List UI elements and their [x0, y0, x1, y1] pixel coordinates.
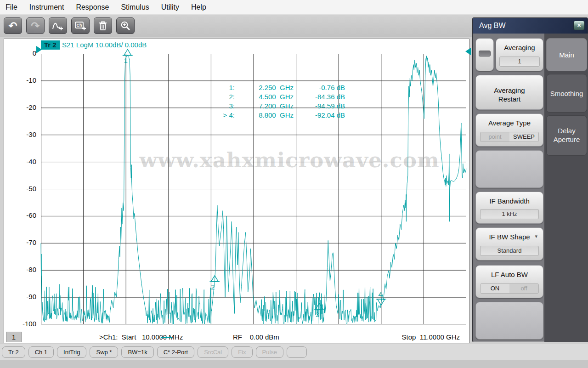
average-type-button[interactable]: Average Type point SWEEP [475, 113, 543, 147]
svg-text:2: 2 [211, 283, 215, 291]
trace2-tag[interactable]: Tr 2 [41, 40, 60, 50]
lf-auto-bw-on-option[interactable]: ON [481, 284, 509, 293]
marker-readout-row: 3: 7.200 GHz -94.59 dB [202, 102, 345, 111]
trash-icon [97, 20, 108, 31]
menu-item-response[interactable]: Response [76, 3, 109, 11]
y-axis-label: -30 [17, 130, 36, 138]
redo-icon: ↷ [31, 21, 40, 31]
status-button-empty[interactable] [287, 346, 307, 358]
panel-close-button[interactable]: × [573, 21, 585, 30]
menu-item-utility[interactable]: Utility [161, 3, 179, 11]
reference-level-marker-left-icon[interactable] [36, 46, 42, 53]
average-type-point-option[interactable]: point [481, 132, 509, 142]
if-bw-shape-value: Standard [480, 246, 539, 256]
panel-title: Avg BW [473, 18, 588, 34]
y-axis-label: -40 [17, 158, 36, 165]
if-bandwidth-value: 1 kHz [480, 209, 539, 219]
status-button-calibration[interactable]: C* 2-Port [157, 346, 194, 358]
menu-item-stimulus[interactable]: Stimulus [121, 3, 149, 11]
lf-auto-bw-button[interactable]: LF Auto BW ON off [475, 265, 543, 298]
status-button-bandwidth[interactable]: BW=1k [121, 346, 153, 358]
marker-readout: 1: 2.250 GHz -0.76 dB 2: 4.500 GHz -84.3… [202, 83, 345, 120]
menu-bar: File Instrument Response Stimulus Utilit… [0, 0, 588, 15]
lf-auto-bw-segmented: ON off [480, 283, 539, 294]
menu-item-file[interactable]: File [6, 3, 17, 11]
add-channel-button[interactable]: Ch [71, 17, 90, 34]
undo-button[interactable]: ↶ [4, 17, 22, 34]
undo-icon: ↶ [8, 21, 17, 31]
averaging-value: 1 [499, 57, 540, 67]
trace-marker-1[interactable]: 1 [123, 49, 133, 64]
marker-readout-row: 1: 2.250 GHz -0.76 dB [202, 83, 345, 92]
status-button-channel[interactable]: Ch 1 [28, 346, 54, 358]
averaging-enable-toggle[interactable] [475, 38, 494, 71]
y-axis-label: -20 [17, 103, 36, 111]
status-button-trace[interactable]: Tr 2 [2, 346, 25, 358]
zoom-icon [120, 20, 131, 31]
if-bandwidth-button[interactable]: IF Bandwidth 1 kHz [475, 192, 543, 224]
status-button-trigger[interactable]: IntTrig [57, 346, 86, 358]
svg-text:4: 4 [378, 290, 382, 298]
blank-softkey-2 [475, 302, 543, 340]
y-axis-label: -90 [17, 293, 36, 300]
delete-trace-button[interactable] [94, 17, 112, 34]
stop-frequency-label: Stop 11.0000 GHz [402, 333, 460, 341]
status-button-srccal[interactable]: SrcCal [198, 346, 228, 358]
status-button-pulse[interactable]: Pulse [256, 346, 284, 358]
measurement-display: Tr 2 S21 LogM 10.00dB/ 0.00dB 0-10-20-30… [4, 39, 469, 343]
close-icon: × [577, 22, 581, 29]
status-bar: Tr 2 Ch 1 IntTrig Swp * BW=1k C* 2-Port … [0, 344, 588, 360]
average-type-segmented: point SWEEP [480, 132, 539, 142]
trace2-description: S21 LogM 10.00dB/ 0.00dB [62, 41, 147, 49]
y-axis-label: 0 [17, 49, 36, 57]
averaging-button[interactable]: Averaging 1 [496, 38, 543, 71]
blank-softkey-1 [475, 150, 543, 188]
avg-bw-panel: Avg BW × Main Smoothing Delay Aperture A… [472, 17, 588, 342]
tab-main[interactable]: Main [546, 38, 587, 71]
window-bottom-strip [0, 360, 588, 368]
svg-text:Ch: Ch [77, 23, 82, 28]
svg-text:1: 1 [124, 57, 128, 64]
rf-power-label: RF 0.00 dBm [233, 333, 279, 341]
menu-item-instrument[interactable]: Instrument [29, 3, 64, 11]
if-bw-shape-button[interactable]: IF BW Shape ▾ Standard [475, 227, 543, 260]
y-axis-label: -100 [17, 320, 36, 328]
status-button-sweep[interactable]: Swp * [90, 346, 118, 358]
tab-smoothing[interactable]: Smoothing [546, 74, 587, 113]
y-axis-label: -80 [17, 266, 36, 273]
y-axis-label: -10 [17, 76, 36, 84]
trace-color-swatch [161, 337, 172, 338]
y-axis-label: -60 [17, 211, 36, 219]
toggle-indicator-icon [479, 51, 491, 57]
average-type-sweep-option[interactable]: SWEEP [509, 132, 538, 142]
dropdown-arrow-icon: ▾ [535, 233, 537, 239]
add-channel-icon: Ch [74, 20, 86, 31]
y-axis-label: -70 [17, 238, 36, 246]
status-button-fix[interactable]: Fix [232, 346, 252, 358]
add-trace-icon [52, 20, 64, 31]
zoom-button[interactable] [116, 17, 135, 34]
svg-text:3: 3 [316, 311, 319, 318]
marker-readout-row: > 4: 8.800 GHz -92.04 dB [202, 111, 345, 120]
lf-auto-bw-off-option[interactable]: off [509, 284, 538, 293]
vna-app-window: File Instrument Response Stimulus Utilit… [0, 0, 588, 368]
redo-button[interactable]: ↷ [26, 17, 45, 34]
channel1-tab[interactable]: 1 [6, 332, 22, 342]
marker-readout-row: 2: 4.500 GHz -84.36 dB [202, 92, 345, 102]
menu-item-help[interactable]: Help [191, 3, 206, 11]
add-trace-button[interactable] [49, 17, 67, 34]
tab-delay-aperture[interactable]: Delay Aperture [546, 115, 587, 156]
averaging-restart-button[interactable]: Averaging Restart [475, 75, 543, 110]
y-axis-label: -50 [17, 185, 36, 192]
